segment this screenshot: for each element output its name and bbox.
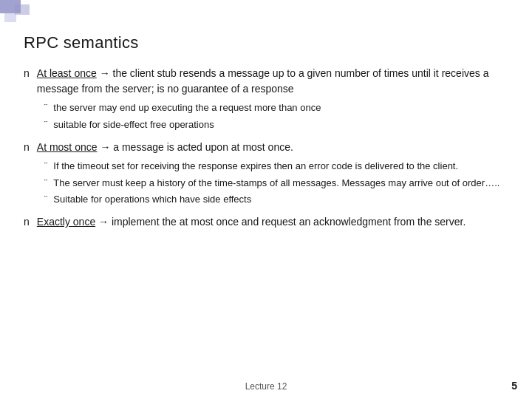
at-most-once-desc: → a message is acted upon at most once. (100, 141, 293, 153)
sub-marker-2-3: ¨ (44, 194, 47, 205)
bullet-dot-3: n (24, 216, 30, 228)
sub-marker-2-1: ¨ (44, 160, 47, 171)
main-bullet-2: n At most once → a message is acted upon… (24, 140, 517, 155)
section-exactly-once: n Exactly once → implement the at most o… (24, 214, 517, 230)
sub-bullet-2-2: ¨ The server must keep a history of the … (44, 177, 517, 191)
sub-text-2-3: Suitable for operations which have side … (53, 193, 251, 207)
sub-bullet-1-2: ¨ suitable for side-effect free operatio… (44, 118, 517, 132)
exactly-once-desc: → implement the at most once and request… (98, 216, 466, 228)
bullet-text-2: At most once → a message is acted upon a… (37, 140, 293, 155)
sub-bullet-1-1: ¨ the server may end up executing the a … (44, 101, 517, 115)
sub-bullet-2-3: ¨ Suitable for operations which have sid… (44, 193, 517, 207)
at-most-once-label: At most once (37, 141, 98, 153)
bullet-text-3: Exactly once → implement the at most onc… (37, 214, 466, 230)
sub-text-2-2: The server must keep a history of the ti… (53, 177, 499, 191)
bullet-text-1: At least once → the client stub resends … (37, 66, 517, 97)
sub-bullets-1: ¨ the server may end up executing the a … (44, 101, 517, 132)
sub-bullets-2: ¨ If the timeout set for receiving the r… (44, 160, 517, 208)
slide-content: RPC semantics n At least once → the clie… (24, 33, 517, 377)
section-at-least-once: n At least once → the client stub resend… (24, 66, 517, 132)
bullet-dot-2: n (24, 141, 30, 153)
slide-title: RPC semantics (24, 33, 517, 52)
sub-marker-1-1: ¨ (44, 102, 47, 113)
exactly-once-label: Exactly once (37, 216, 95, 228)
at-least-once-desc: → the client stub resends a message up t… (37, 67, 489, 95)
sub-marker-1-2: ¨ (44, 119, 47, 130)
footer-page-number: 5 (511, 380, 517, 392)
sub-text-2-1: If the timeout set for receiving the res… (53, 160, 458, 174)
sub-text-1-1: the server may end up executing the a re… (53, 101, 321, 115)
bullet-dot-1: n (24, 67, 30, 79)
main-bullet-1: n At least once → the client stub resend… (24, 66, 517, 97)
footer-lecture-label: Lecture 12 (245, 381, 287, 392)
slide-footer: Lecture 12 (0, 381, 532, 392)
corner-decoration (0, 0, 44, 30)
sub-bullet-2-1: ¨ If the timeout set for receiving the r… (44, 160, 517, 174)
main-bullet-3: n Exactly once → implement the at most o… (24, 214, 517, 230)
sub-marker-2-2: ¨ (44, 177, 47, 188)
sub-text-1-2: suitable for side-effect free operations (53, 118, 214, 132)
at-least-once-label: At least once (37, 67, 97, 79)
section-at-most-once: n At most once → a message is acted upon… (24, 140, 517, 208)
